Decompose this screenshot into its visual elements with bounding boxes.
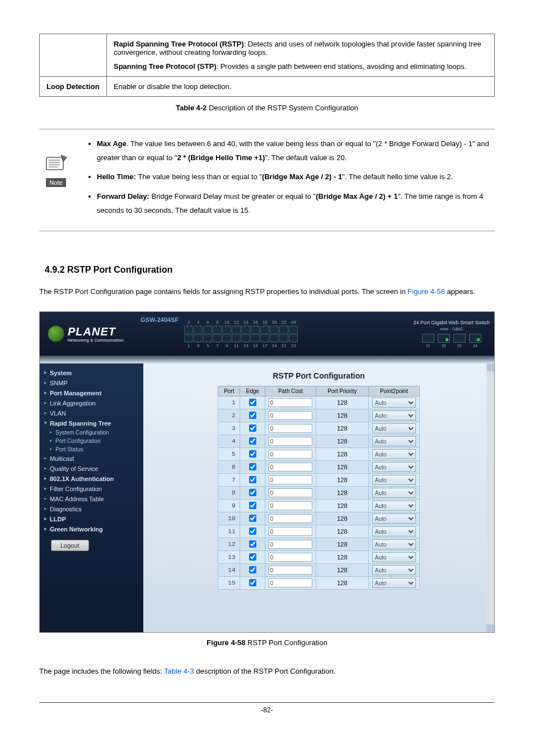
p2p-select[interactable]: Auto <box>372 398 416 408</box>
description-table: Rapid Spanning Tree Protocol (RSTP): Det… <box>39 34 495 97</box>
nav-quality-of-service[interactable]: Quality of Service <box>43 464 140 474</box>
path-cost-input[interactable] <box>269 540 312 549</box>
p2p-select[interactable]: Auto <box>372 552 416 562</box>
edge-checkbox[interactable] <box>249 424 256 432</box>
nav-snmp[interactable]: SNMP <box>43 378 140 388</box>
edge-checkbox[interactable] <box>249 528 256 535</box>
table-row: 2128Auto <box>218 409 420 422</box>
scroll-up-icon[interactable] <box>486 363 494 371</box>
table-row: 14128Auto <box>218 564 420 577</box>
p2p-select[interactable]: Auto <box>372 475 416 485</box>
edge-checkbox[interactable] <box>249 476 256 483</box>
note-label: Note <box>46 178 65 187</box>
path-cost-input[interactable] <box>269 475 312 484</box>
path-cost-input[interactable] <box>269 398 312 407</box>
stp-text: : Provides a single path between end sta… <box>216 62 466 71</box>
nav-port-management[interactable]: Port Management <box>43 388 140 398</box>
logout-button[interactable]: Logout <box>51 540 89 551</box>
vertical-scrollbar[interactable] <box>486 363 494 632</box>
path-cost-input[interactable] <box>269 501 312 510</box>
p2p-select[interactable]: Auto <box>372 514 416 524</box>
port-indicator: 1413 <box>241 320 250 348</box>
p2p-select[interactable]: Auto <box>372 462 416 472</box>
path-cost-input[interactable] <box>269 566 312 575</box>
nav-filter-configuration[interactable]: Filter Configuration <box>43 484 140 494</box>
nav-green-networking[interactable]: Green Networking <box>43 524 140 534</box>
priority-cell: 128 <box>316 538 368 551</box>
nav-vlan[interactable]: VLAN <box>43 408 140 418</box>
sfp-port-22 <box>438 334 450 343</box>
p2p-select[interactable]: Auto <box>372 526 416 536</box>
edge-checkbox[interactable] <box>249 489 256 496</box>
table-row: 13128Auto <box>218 551 420 564</box>
path-cost-input[interactable] <box>269 553 312 562</box>
header-right: 24 Port Gigabit Web Smart Switch mini - … <box>414 320 490 348</box>
nav-rapid-spanning-tree[interactable]: Rapid Spanning Tree <box>43 418 140 428</box>
col-edge: Edge <box>240 386 265 396</box>
section-heading: 4.9.2 RSTP Port Configuration <box>45 265 495 275</box>
p2p-select[interactable]: Auto <box>372 501 416 511</box>
edge-checkbox[interactable] <box>249 579 256 586</box>
nav-system-configuration[interactable]: System Configuration <box>43 428 140 437</box>
path-cost-input[interactable] <box>269 437 312 446</box>
edge-checkbox[interactable] <box>249 553 256 561</box>
footer-text-b: description of the RSTP Port Configurati… <box>194 667 336 675</box>
port-indicator: 1211 <box>232 320 241 348</box>
rstp-label: Rapid Spanning Tree Protocol (RSTP) <box>114 40 244 48</box>
p2p-select[interactable]: Auto <box>372 410 416 421</box>
svg-rect-0 <box>46 157 63 170</box>
nav-port-configuration[interactable]: Port Configuration <box>43 437 140 445</box>
path-cost-input[interactable] <box>269 463 312 472</box>
content-pane: RSTP Port Configuration PortEdgePath Cos… <box>143 363 494 632</box>
header-subtitle: mini - GBIC <box>414 326 490 332</box>
p2p-select[interactable]: Auto <box>372 488 416 498</box>
table-row: 10128Auto <box>218 512 420 525</box>
path-cost-input[interactable] <box>269 578 312 587</box>
edge-checkbox[interactable] <box>249 399 256 406</box>
nav-802-1x-authentication[interactable]: 802.1X Authentication <box>43 474 140 484</box>
brand-sub: Networking & Communication <box>68 338 124 342</box>
priority-cell: 128 <box>316 564 368 577</box>
port-indicator: 87 <box>213 320 222 348</box>
path-cost-input[interactable] <box>269 488 312 497</box>
scroll-down-icon[interactable] <box>486 624 494 632</box>
edge-checkbox[interactable] <box>249 412 256 419</box>
nav-system[interactable]: System <box>43 368 140 378</box>
p2p-select[interactable]: Auto <box>372 423 416 433</box>
priority-cell: 128 <box>316 500 368 512</box>
path-cost-input[interactable] <box>269 411 312 420</box>
path-cost-input[interactable] <box>269 527 312 536</box>
edge-checkbox[interactable] <box>249 502 256 509</box>
p2p-select[interactable]: Auto <box>372 436 416 446</box>
nav-lldp[interactable]: LLDP <box>43 514 140 524</box>
edge-checkbox[interactable] <box>249 463 256 470</box>
p2p-select[interactable]: Auto <box>372 449 416 459</box>
footer-text-a: The page includes the following fields: <box>39 667 164 675</box>
sidebar: SystemSNMPPort ManagementLink Aggregatio… <box>40 363 143 632</box>
brand: PLANET Networking & Communication <box>48 325 124 342</box>
table-link[interactable]: Table 4-3 <box>164 667 194 675</box>
table-row: 15128Auto <box>218 577 420 590</box>
nav-multicast[interactable]: Multicast <box>43 454 140 464</box>
figure-link[interactable]: Figure 4-58 <box>407 287 444 296</box>
port-cell: 7 <box>218 474 240 487</box>
edge-checkbox[interactable] <box>249 437 256 445</box>
edge-checkbox[interactable] <box>249 515 256 522</box>
nav-link-aggregation[interactable]: Link Aggregation <box>43 398 140 408</box>
port-cell: 8 <box>218 487 240 500</box>
edge-checkbox[interactable] <box>249 540 256 548</box>
path-cost-input[interactable] <box>269 424 312 433</box>
page-number: -82- <box>39 702 495 714</box>
nav-mac-address-table[interactable]: MAC Address Table <box>43 494 140 504</box>
path-cost-input[interactable] <box>269 514 312 523</box>
nav-port-status[interactable]: Port Status <box>43 445 140 454</box>
nav-diagnostics[interactable]: Diagnostics <box>43 504 140 514</box>
p2p-select[interactable]: Auto <box>372 565 416 575</box>
edge-checkbox[interactable] <box>249 566 256 573</box>
edge-checkbox[interactable] <box>249 450 256 458</box>
p2p-select[interactable]: Auto <box>372 578 416 588</box>
path-cost-input[interactable] <box>269 450 312 459</box>
note-item: Forward Delay: Bridge Forward Delay must… <box>97 190 495 217</box>
table-caption-prefix: Table 4-2 <box>176 104 207 112</box>
p2p-select[interactable]: Auto <box>372 539 416 549</box>
